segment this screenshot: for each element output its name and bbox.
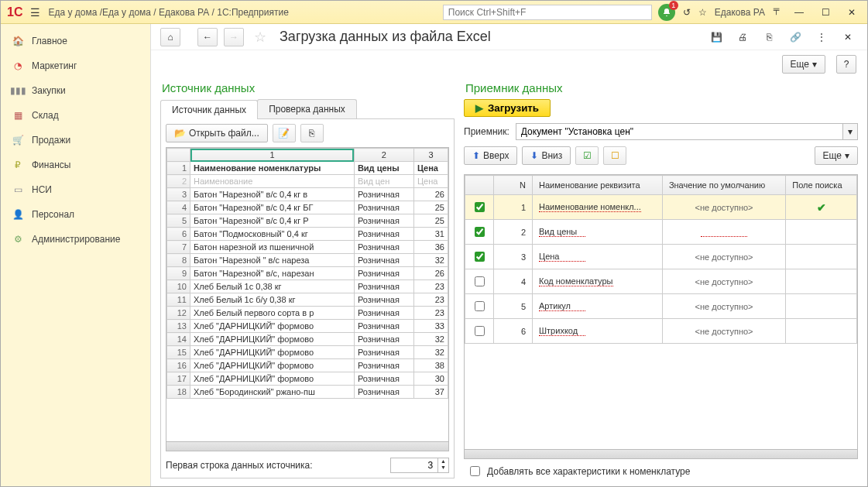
source-row[interactable]: 13Хлеб "ДАРНИЦКИЙ" формовоРозничная33 — [167, 320, 448, 333]
favorite-star-icon[interactable]: ☆ — [250, 28, 270, 46]
open-file-button[interactable]: 📂 Открыть файл... — [166, 124, 268, 142]
spin-up-icon[interactable]: ▲ — [438, 458, 448, 465]
tab-source-data[interactable]: Источник данных — [160, 100, 258, 119]
source-row[interactable]: 4Батон "Нарезной" в/с 0,4 кг БГРозничная… — [167, 201, 448, 214]
more-menu-icon[interactable]: ⋮ — [811, 28, 832, 46]
export-icon[interactable]: ⎘ — [759, 28, 779, 46]
star-icon[interactable]: ☆ — [698, 7, 707, 18]
dest-panel-title: Приемник данных — [465, 81, 858, 94]
load-button[interactable]: ▶ Загрузить — [464, 99, 551, 117]
notifications-bell-icon[interactable]: 1 — [658, 4, 675, 21]
add-column-button[interactable]: ⎘ — [300, 124, 324, 142]
source-row[interactable]: 6Батон "Подмосковный" 0,4 кгРозничная31 — [167, 228, 448, 241]
global-search-input[interactable] — [443, 5, 652, 20]
dest-row[interactable]: 2 Вид цены — [465, 220, 857, 245]
sidebar-item-sales[interactable]: 🛒Продажи — [1, 128, 150, 153]
window-minimize-icon[interactable]: — — [790, 3, 808, 22]
dest-col-n[interactable]: N — [494, 176, 533, 195]
more-button-label: Еще — [791, 59, 809, 70]
source-row[interactable]: 15Хлеб "ДАРНИЦКИЙ" формовоРозничная32 — [167, 346, 448, 359]
dest-row-checkbox[interactable] — [475, 326, 485, 336]
move-up-label: Вверх — [483, 150, 509, 161]
dest-row-checkbox[interactable] — [475, 202, 485, 212]
sidebar-item-warehouse[interactable]: ▦Склад — [1, 103, 150, 128]
receiver-select[interactable] — [516, 123, 842, 140]
titlebar: 1C ☰ Еда у дома /Еда у дома / Едакова РА… — [1, 1, 867, 24]
sidebar-item-finance[interactable]: ₽Финансы — [1, 153, 150, 177]
horizontal-scrollbar[interactable] — [166, 442, 449, 451]
user-dropdown-icon[interactable]: 〒 — [773, 5, 782, 19]
more-button[interactable]: Еще ▾ — [782, 55, 825, 74]
source-row[interactable]: 7Батон нарезной из пшеничнойРозничная36 — [167, 241, 448, 254]
book-icon: ▭ — [12, 183, 24, 196]
dest-row-checkbox[interactable] — [475, 301, 485, 311]
source-row[interactable]: 8Батон "Нарезной " в/с нарезаРозничная32 — [167, 254, 448, 267]
load-button-label: Загрузить — [488, 102, 539, 114]
nav-forward-button[interactable]: → — [224, 28, 244, 46]
sidebar-item-label: Маркетинг — [32, 60, 77, 71]
dest-horizontal-scrollbar[interactable] — [464, 450, 858, 459]
source-row[interactable]: 17Хлеб "ДАРНИЦКИЙ" формовоРозничная30 — [167, 372, 448, 386]
source-row[interactable]: 12Хлеб Белый первого сорта в рРозничная2… — [167, 307, 448, 320]
dest-row-checkbox[interactable] — [475, 252, 485, 262]
check-all-button[interactable]: ☑ — [575, 146, 599, 165]
dest-row-checkbox[interactable] — [475, 227, 485, 237]
dest-row[interactable]: 4 Код номенклатуры <не доступно> — [465, 269, 857, 294]
source-grid[interactable]: 1 2 3 1Наименование номенклатурыВид цены… — [166, 147, 449, 442]
folder-icon: 📂 — [174, 128, 186, 139]
sidebar-item-purchases[interactable]: ▮▮▮Закупки — [1, 78, 150, 103]
dest-row[interactable]: 1 Наименование номенкл... <не доступно> … — [465, 195, 857, 220]
dest-row[interactable]: 5 Артикул <не доступно> — [465, 294, 857, 319]
save-icon[interactable]: 💾 — [706, 28, 726, 46]
move-down-button[interactable]: ⬇ Вниз — [522, 146, 571, 165]
spin-down-icon[interactable]: ▼ — [438, 465, 448, 471]
sidebar-item-personnel[interactable]: 👤Персонал — [1, 202, 150, 227]
page-title: Загрузка данных из файла Excel — [280, 29, 491, 45]
dest-row-checkbox[interactable] — [475, 276, 485, 286]
print-icon[interactable]: 🖨 — [732, 28, 753, 46]
col-header-1[interactable]: 1 — [190, 149, 355, 162]
dest-more-button[interactable]: Еще ▾ — [815, 146, 858, 165]
move-up-button[interactable]: ⬆ Вверх — [464, 146, 517, 165]
dest-grid[interactable]: N Наименование реквизита Значение по умо… — [464, 174, 858, 450]
sidebar-item-nsi[interactable]: ▭НСИ — [1, 177, 150, 202]
source-row[interactable]: 9Батон "Нарезной" в/с, нарезанРозничная2… — [167, 267, 448, 280]
link-icon[interactable]: 🔗 — [785, 28, 805, 46]
uncheck-all-button[interactable]: ☐ — [603, 146, 626, 165]
tab-check-data[interactable]: Проверка данных — [257, 99, 357, 118]
help-button[interactable]: ? — [836, 55, 856, 74]
dest-col-search[interactable]: Поле поиска — [786, 176, 857, 195]
menu-burger-icon[interactable]: ☰ — [30, 6, 40, 19]
dest-row[interactable]: 6 Штрихкод <не доступно> — [465, 319, 857, 344]
first-row-spinner[interactable]: ▲▼ — [390, 458, 449, 473]
col-header-3[interactable]: 3 — [413, 149, 448, 162]
sidebar-item-marketing[interactable]: ◔Маркетинг — [1, 53, 150, 78]
source-row[interactable]: 16Хлеб "ДАРНИЦКИЙ" формовоРозничная38 — [167, 359, 448, 372]
sidebar-item-admin[interactable]: ⚙Администрирование — [1, 227, 150, 252]
source-row[interactable]: 10Хлеб Белый 1с 0,38 кгРозничная23 — [167, 280, 448, 293]
home-button[interactable]: ⌂ — [160, 28, 180, 46]
col-header-2[interactable]: 2 — [354, 149, 413, 162]
history-icon[interactable]: ↺ — [683, 7, 691, 18]
dest-row[interactable]: 3 Цена <не доступно> — [465, 245, 857, 269]
dest-col-name[interactable]: Наименование реквизита — [533, 176, 663, 195]
source-row[interactable]: 3Батон "Нарезной" в/с 0,4 кг вРозничная2… — [167, 188, 448, 201]
window-maximize-icon[interactable]: ☐ — [816, 3, 835, 22]
close-page-icon[interactable]: ✕ — [838, 28, 858, 46]
dest-more-label: Еще — [823, 150, 842, 161]
sidebar-item-label: Склад — [32, 110, 59, 121]
source-row[interactable]: 14Хлеб "ДАРНИЦКИЙ" формовоРозничная32 — [167, 333, 448, 346]
window-close-icon[interactable]: ✕ — [842, 3, 861, 22]
source-row[interactable]: 5Батон "Нарезной" в/с 0,4 кг РРозничная2… — [167, 214, 448, 228]
edit-source-button[interactable]: 📝 — [273, 124, 296, 142]
sidebar-item-label: Администрирование — [32, 234, 120, 245]
receiver-dropdown-icon[interactable]: ▾ — [842, 123, 858, 140]
first-row-input[interactable] — [391, 458, 437, 472]
source-row[interactable]: 18Хлеб "Бородинский" ржано-пшРозничная37 — [167, 386, 448, 399]
source-row[interactable]: 11Хлеб Белый 1с б/у 0,38 кгРозничная23 — [167, 293, 448, 307]
add-all-characteristics-checkbox[interactable] — [470, 466, 480, 476]
sidebar-item-main[interactable]: 🏠Главное — [1, 29, 150, 53]
user-name-label[interactable]: Едакова РА — [715, 7, 765, 18]
nav-back-button[interactable]: ← — [197, 28, 218, 46]
dest-col-default[interactable]: Значение по умолчанию — [662, 176, 785, 195]
